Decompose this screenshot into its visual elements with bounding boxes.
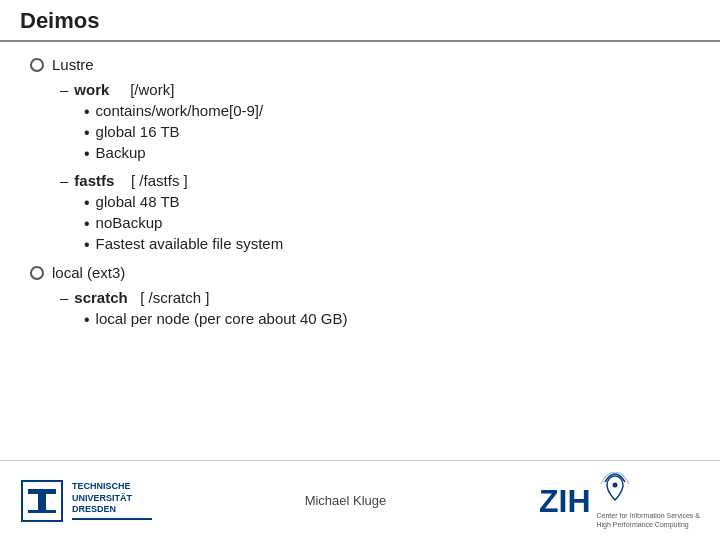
zih-logo: ZIH Center for Information Services &Hig… xyxy=(539,472,700,529)
bullet-dot: • xyxy=(84,214,90,233)
bullet-text: contains/work/home[0-9]/ xyxy=(96,102,264,119)
zih-sub-text: Center for Information Services &High Pe… xyxy=(597,511,701,529)
bullet-dot: • xyxy=(84,235,90,254)
bullet-dot: • xyxy=(84,144,90,163)
list-item: • local per node (per core about 40 GB) xyxy=(84,310,690,329)
work-bullets: • contains/work/home[0-9]/ • global 16 T… xyxy=(84,102,690,164)
bullet-text: global 48 TB xyxy=(96,193,180,210)
page-title: Deimos xyxy=(20,8,99,33)
dash-work: – xyxy=(60,81,68,98)
author-name: Michael Kluge xyxy=(305,493,387,508)
top-item-lustre: Lustre xyxy=(30,56,690,73)
local-sub-sections: – scratch [ /scratch ] • local per node … xyxy=(60,289,690,329)
list-item: • global 48 TB xyxy=(84,193,690,212)
dash-scratch: – xyxy=(60,289,68,306)
bullet-circle-lustre xyxy=(30,58,44,72)
fastfs-label: fastfs [ /fastfs ] xyxy=(74,172,187,189)
fastfs-bullets: • global 48 TB • noBackup • Fastest avai… xyxy=(84,193,690,255)
svg-point-4 xyxy=(612,482,617,487)
bullet-circle-local xyxy=(30,266,44,280)
dash-item-scratch: – scratch [ /scratch ] xyxy=(60,289,690,306)
lustre-label: Lustre xyxy=(52,56,94,73)
zih-arc-icon xyxy=(597,472,633,508)
svg-rect-3 xyxy=(28,510,56,513)
bullet-text: Fastest available file system xyxy=(96,235,284,252)
bullet-dot: • xyxy=(84,310,90,329)
dash-item-work: – work [/work] xyxy=(60,81,690,98)
work-label: work [/work] xyxy=(74,81,174,98)
scratch-label: scratch [ /scratch ] xyxy=(74,289,209,306)
tud-text: TECHNISCHE UNIVERSITÄT DRESDEN xyxy=(72,481,152,516)
top-item-local: local (ext3) xyxy=(30,264,690,281)
svg-rect-2 xyxy=(38,494,46,510)
header: Deimos xyxy=(0,0,720,42)
tud-emblem-icon xyxy=(20,479,64,523)
local-label: local (ext3) xyxy=(52,264,125,281)
bullet-text: Backup xyxy=(96,144,146,161)
tud-divider xyxy=(72,518,152,520)
bullet-text: global 16 TB xyxy=(96,123,180,140)
svg-rect-1 xyxy=(28,489,56,494)
bullet-dot: • xyxy=(84,102,90,121)
footer: TECHNISCHE UNIVERSITÄT DRESDEN Michael K… xyxy=(0,460,720,540)
tud-logo: TECHNISCHE UNIVERSITÄT DRESDEN xyxy=(20,479,152,523)
footer-center-text: Michael Kluge xyxy=(152,493,539,508)
tud-text-block: TECHNISCHE UNIVERSITÄT DRESDEN xyxy=(72,481,152,520)
list-item: • Fastest available file system xyxy=(84,235,690,254)
dash-fastfs: – xyxy=(60,172,68,189)
list-item: • noBackup xyxy=(84,214,690,233)
zih-text-group: ZIH xyxy=(539,485,591,517)
list-item: • contains/work/home[0-9]/ xyxy=(84,102,690,121)
list-item: • Backup xyxy=(84,144,690,163)
lustre-sub-sections: – work [/work] • contains/work/home[0-9]… xyxy=(60,81,690,254)
dash-item-fastfs: – fastfs [ /fastfs ] xyxy=(60,172,690,189)
bullet-dot: • xyxy=(84,193,90,212)
zih-label: ZIH xyxy=(539,485,591,517)
main-content: Lustre – work [/work] • contains/work/ho… xyxy=(0,42,720,349)
zih-sub-group: Center for Information Services &High Pe… xyxy=(597,472,701,529)
bullet-dot: • xyxy=(84,123,90,142)
scratch-bullets: • local per node (per core about 40 GB) xyxy=(84,310,690,329)
list-item: • global 16 TB xyxy=(84,123,690,142)
bullet-text: noBackup xyxy=(96,214,163,231)
bullet-text: local per node (per core about 40 GB) xyxy=(96,310,348,327)
